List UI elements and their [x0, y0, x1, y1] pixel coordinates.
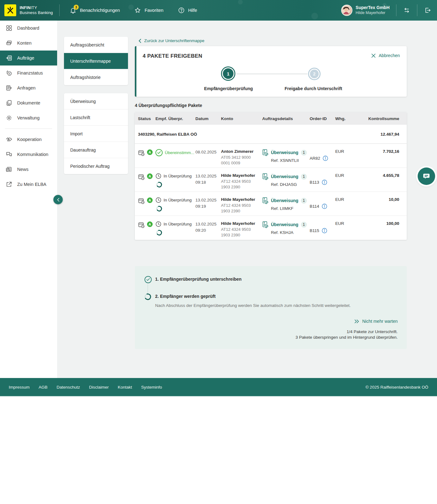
submenu-item-import[interactable]: Import — [64, 126, 128, 142]
chat-fab-button[interactable] — [418, 167, 435, 185]
svg-text:€: € — [264, 222, 265, 224]
info-icon[interactable] — [322, 204, 327, 209]
app-window: INFINITY Business Banking 3 Benachrichti… — [0, 0, 437, 504]
user-info[interactable]: SuperTex GmbH Hilde Mayerhofer — [356, 5, 390, 15]
cancel-label: Abbrechen — [379, 53, 400, 58]
help-button[interactable]: Hilfe — [178, 7, 197, 14]
logout-icon[interactable] — [424, 7, 431, 14]
footer-link-datenschutz[interactable]: Datenschutz — [56, 385, 80, 390]
sidebar-item-auftraege[interactable]: Aufträge — [0, 51, 57, 65]
sidebar-item-verwaltung[interactable]: Verwaltung — [0, 110, 57, 125]
back-link[interactable]: Zurück zur Unterschriftenmappe — [138, 38, 204, 43]
verification-status: In Überprüfung — [164, 198, 192, 202]
sidebar-item-zu-mein-elba[interactable]: Zu Mein ELBA — [0, 177, 57, 192]
sidebar-item-news[interactable]: News — [0, 162, 57, 177]
submenu-label: Lastschrift — [70, 115, 90, 120]
main-sidebar: Dashboard Konten Aufträge € Finanz — [0, 21, 57, 378]
check-circle-icon — [155, 149, 163, 156]
order-count-badge: 1 — [301, 150, 307, 156]
skip-waiting-link[interactable]: Nicht mehr warten — [354, 319, 398, 324]
notifications-button[interactable]: 3 Benachrichtigungen — [70, 7, 120, 14]
row-date: 08.02.2025 — [195, 149, 221, 155]
brand[interactable]: INFINITY Business Banking — [0, 4, 55, 16]
submenu-item-lastschrift[interactable]: Lastschrift — [64, 109, 128, 126]
help-label: Hilfe — [188, 8, 197, 13]
submenu-item-ueberweisung[interactable]: Überweisung — [64, 93, 128, 109]
authorized-badge: A — [147, 149, 153, 155]
gear-icon — [6, 114, 12, 121]
avatar[interactable] — [341, 5, 352, 16]
svg-text:€: € — [9, 72, 10, 75]
collapse-sidebar-button[interactable] — [53, 195, 63, 204]
chat-bubbles-icon — [6, 151, 12, 158]
sidebar-item-label: Finanzstatus — [17, 70, 43, 75]
loading-spinner — [155, 229, 163, 236]
calendar-clock-icon — [138, 221, 145, 229]
info-icon[interactable] — [322, 180, 327, 185]
submenu-label: Periodischer Auftrag — [70, 164, 110, 169]
sidebar-item-dokumente[interactable]: Dokumente — [0, 95, 57, 110]
package-row[interactable]: A In Überprüfung 13.02.2025 09:18 — [135, 168, 407, 192]
progress-spinner — [144, 293, 152, 301]
package-row[interactable]: A Übereinstimm... 08.02.2025 Anton Zimme — [135, 144, 407, 168]
info-icon[interactable] — [322, 228, 327, 233]
verification-progress-panel: 1. Empfängerüberprüfung unterschreiben 2… — [135, 266, 407, 349]
chat-icon — [422, 172, 430, 180]
documents-icon — [6, 99, 12, 106]
package-row[interactable]: A In Überprüfung 13.02.2025 09:20 — [135, 216, 407, 240]
finance-status-icon: € — [6, 70, 12, 76]
progress-step-1-label: 1. Empfängerüberprüfung unterschreiben — [155, 277, 242, 282]
step-2-label: Freigabe durch Unterschrift — [285, 86, 342, 91]
footer-link-agb[interactable]: AGB — [39, 385, 48, 390]
row-time: 09:20 — [195, 227, 221, 234]
submenu-item-periodischer-auftrag[interactable]: Periodischer Auftrag — [64, 158, 128, 174]
submenu-item-auftragshistorie[interactable]: Auftragshistorie — [64, 69, 128, 85]
brand-name-bold: INFIN — [20, 5, 31, 10]
progress-note: Nach Abschluss der Empfängerüberprüfung … — [155, 303, 351, 308]
switch-user-icon[interactable] — [403, 7, 410, 14]
verification-status: In Überprüfung — [164, 222, 192, 226]
row-currency: EUR — [335, 221, 355, 240]
row-currency: EUR — [335, 149, 355, 167]
sidebar-item-anfragen[interactable]: Anfragen — [0, 80, 57, 95]
submenu-item-unterschriftenmappe[interactable]: Unterschriftenmappe — [64, 53, 128, 69]
submenu-item-auftragsuebersicht[interactable]: Auftragsübersicht — [64, 37, 128, 53]
sidebar-item-label: Konten — [17, 41, 32, 46]
account-name: Hilde Mayerhofer — [221, 173, 262, 178]
order-reference: Ref. KSHJA — [271, 230, 310, 235]
row-amount: 100,00 — [355, 221, 399, 240]
order-id: AR82 — [310, 156, 320, 161]
favorites-button[interactable]: Favoriten — [134, 7, 163, 14]
info-icon[interactable] — [323, 156, 328, 161]
sidebar-item-label: Dashboard — [17, 26, 39, 31]
order-reference: Ref. LIIMKF — [271, 206, 310, 211]
footer-link-systeminfo[interactable]: Systeminfo — [141, 385, 162, 390]
sidebar-item-konten[interactable]: Konten — [0, 36, 57, 51]
sidebar-item-kooperation[interactable]: Kooperation — [0, 132, 57, 147]
row-time: 09:18 — [195, 179, 221, 186]
dashboard-icon — [6, 25, 12, 32]
submenu-item-dauerauftrag[interactable]: Dauerauftrag — [64, 142, 128, 158]
sidebar-divider — [5, 128, 52, 129]
footer-link-disclaimer[interactable]: Disclaimer — [89, 385, 109, 390]
package-row[interactable]: A In Überprüfung 13.02.2025 09:19 — [135, 192, 407, 216]
authorized-badge: A — [147, 197, 153, 203]
page-title: 4 PAKETE FREIGEBEN — [143, 53, 202, 59]
brand-text: INFINITY Business Banking — [20, 5, 53, 16]
account-name: Hilde Mayerhofer — [221, 221, 262, 226]
accounts-icon — [6, 40, 12, 46]
sidebar-item-kommunikation[interactable]: Kommunikation — [0, 147, 57, 162]
cancel-button[interactable]: Abbrechen — [371, 53, 400, 58]
footer-link-impressum[interactable]: Impressum — [9, 385, 30, 390]
calendar-clock-icon — [138, 173, 145, 181]
user-name: Hilde Mayerhofer — [356, 11, 390, 16]
sidebar-item-label: Zu Mein ELBA — [17, 182, 47, 187]
sidebar-item-dashboard[interactable]: Dashboard — [0, 21, 57, 36]
col-status: Status — [138, 116, 155, 121]
step-done-check-icon — [145, 276, 152, 283]
calendar-clock-icon — [138, 149, 145, 157]
user-company: SuperTex GmbH — [356, 5, 390, 11]
sidebar-item-finanzstatus[interactable]: € Finanzstatus — [0, 65, 57, 80]
footer-link-kontakt[interactable]: Kontakt — [118, 385, 132, 390]
submenu-label: Auftragsübersicht — [70, 42, 104, 47]
